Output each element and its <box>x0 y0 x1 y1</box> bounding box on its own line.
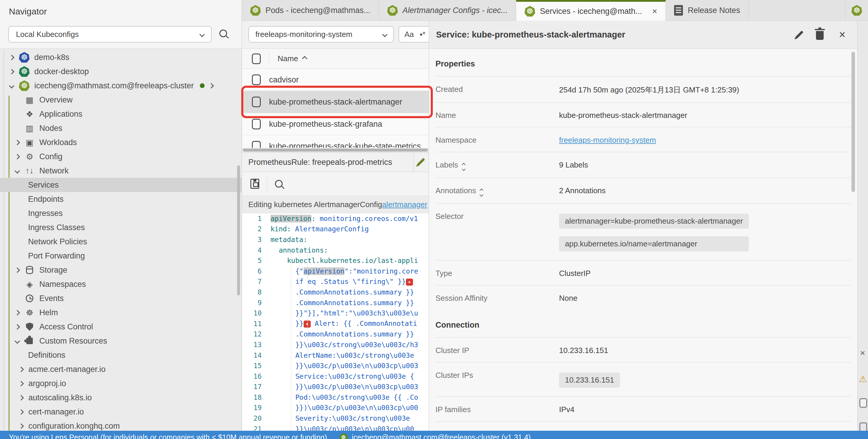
sidebar-item-endpoints[interactable]: Endpoints <box>0 192 242 206</box>
tab-close-icon[interactable]: × <box>652 6 657 16</box>
chevron-right-icon[interactable] <box>9 69 14 74</box>
chevron-right-icon[interactable] <box>18 423 24 429</box>
delete-icon[interactable] <box>816 31 824 40</box>
sidebar-item-nodes[interactable]: ▥Nodes <box>0 121 242 135</box>
detail-row: TypeClusterIP <box>435 260 851 285</box>
drawer-title: Service: kube-prometheus-stack-alertmana… <box>436 30 625 40</box>
edit-icon[interactable] <box>417 158 425 166</box>
table-row[interactable]: kube-prometheus-stack-alertmanager <box>242 91 429 113</box>
name-column-header[interactable]: Name <box>278 54 307 63</box>
sidebar-item-workloads[interactable]: ▣Workloads <box>0 135 242 149</box>
regex-icon[interactable]: ▪* <box>420 30 426 39</box>
table-row[interactable]: cadvisor <box>242 69 429 91</box>
close-icon[interactable]: × <box>860 348 865 358</box>
panel-icon[interactable] <box>860 398 867 408</box>
chevron-right-icon[interactable] <box>14 324 20 329</box>
sidebar-item-network-policies[interactable]: Network Policies <box>0 235 242 249</box>
sidebar-item-helm[interactable]: ☸Helm <box>0 305 242 319</box>
kubeconfig-select-value: Local Kubeconfigs <box>16 30 79 39</box>
sidebar-item-namespaces[interactable]: ◈Namespaces <box>0 277 242 291</box>
horizontal-scrollbar[interactable] <box>242 148 429 153</box>
sort-toggle-icon[interactable] <box>480 186 483 196</box>
sidebar-item-docker-desktop[interactable]: ☸docker-desktop <box>0 64 242 78</box>
chevron-right-icon[interactable] <box>209 83 214 88</box>
sidebar-item-autoscaling-k8s-io[interactable]: autoscaling.k8s.io <box>0 391 242 405</box>
detail-label: Type <box>435 268 559 278</box>
row-checkbox[interactable] <box>252 97 261 107</box>
chevron-right-icon[interactable] <box>14 310 20 315</box>
row-checkbox[interactable] <box>252 74 261 85</box>
sidebar-item-events[interactable]: Events <box>0 291 242 305</box>
sidebar-item-port-forwarding[interactable]: Port Forwarding <box>0 249 242 263</box>
sidebar-item-acme-cert-manager-io[interactable]: acme.cert-manager.io <box>0 362 242 376</box>
detail-label: Namespace <box>435 134 559 145</box>
tree-item-label: Access Control <box>39 322 93 332</box>
save-icon[interactable] <box>250 179 259 189</box>
sidebar-item-definitions[interactable]: Definitions <box>0 348 242 362</box>
tab-services[interactable]: ☸Services - icecheng@math...× <box>516 0 666 21</box>
indent-guide <box>291 249 291 431</box>
line-number: 19 <box>242 404 271 411</box>
sidebar-item-configuration-konghq-com[interactable]: configuration.konghq.com <box>0 419 242 431</box>
sidebar-item-argoproj-io[interactable]: argoproj.io <box>0 376 242 391</box>
edit-icon[interactable] <box>795 31 803 39</box>
breadcrumb-link[interactable]: alertmanager <box>382 200 427 209</box>
kubeconfig-select[interactable]: Local Kubeconfigs <box>8 26 212 42</box>
sidebar-item-network[interactable]: ↑↓Network <box>0 164 242 178</box>
line-number: 5 <box>242 257 271 264</box>
sidebar-scrollbar[interactable] <box>237 165 240 296</box>
chevron-down-icon[interactable] <box>14 168 20 173</box>
scrollbar-thumb[interactable] <box>243 148 428 151</box>
chevron-right-icon[interactable] <box>14 140 20 145</box>
line-number: 4 <box>242 246 271 254</box>
sidebar-item-custom-resources[interactable]: Custom Resources <box>0 334 242 348</box>
chevron-down-icon[interactable] <box>9 83 14 88</box>
sidebar-item-icecheng-mathmast-com-freeleaps-cluster[interactable]: ☸icecheng@mathmast.com@freeleaps-cluster <box>0 78 242 93</box>
chevron-right-icon[interactable] <box>9 55 14 60</box>
tab-release-notes[interactable]: Release Notes <box>666 0 749 21</box>
chevron-right-icon[interactable] <box>18 409 24 414</box>
drawer-scrollbar[interactable] <box>851 52 855 192</box>
editor-line: 19}})\u003c/p\u003e\n\u003cp\u00 <box>242 403 429 413</box>
sidebar-item-storage[interactable]: Storage <box>0 263 242 277</box>
chevron-right-icon[interactable] <box>18 367 24 372</box>
tree-item-label: Workloads <box>39 138 77 147</box>
code-text: metadata: <box>271 236 307 243</box>
row-checkbox[interactable] <box>252 119 261 129</box>
select-all-checkbox[interactable] <box>252 54 261 64</box>
tab-pods[interactable]: ☸Pods - icecheng@mathmas... <box>242 0 379 21</box>
active-cluster-status[interactable]: ☸ icecheng@mathmast.com@freeleaps-cluste… <box>339 433 531 439</box>
tab-overflow[interactable]: ☸ <box>845 0 868 21</box>
code-token: apiVersion <box>304 267 344 275</box>
sidebar-item-access-control[interactable]: Access Control <box>0 319 242 334</box>
sidebar-item-ingresses[interactable]: Ingresses <box>0 206 242 221</box>
match-case-icon[interactable]: Aa <box>404 30 414 39</box>
sidebar-item-services[interactable]: Services <box>0 178 242 192</box>
namespace-link[interactable]: freeleaps-monitoring-system <box>559 136 656 144</box>
navigator-sidebar: ☸demo-k8s☸docker-desktop☸icecheng@mathma… <box>0 48 242 431</box>
yaml-editor[interactable]: 1apiVersion: monitoring.coreos.com/v12ki… <box>242 213 429 431</box>
chevron-down-icon[interactable] <box>14 338 20 344</box>
table-row[interactable]: kube-prometheus-stack-grafana <box>242 113 429 135</box>
sort-toggle-icon[interactable] <box>462 160 465 170</box>
sidebar-item-overview[interactable]: ▦Overview <box>0 93 242 107</box>
chevron-right-icon[interactable] <box>14 267 20 273</box>
sidebar-item-cert-manager-io[interactable]: cert-manager.io <box>0 405 242 419</box>
namespace-select[interactable]: freeleaps-monitoring-system <box>248 26 394 42</box>
cluster-status-dot <box>200 83 205 88</box>
chevron-right-icon[interactable] <box>18 381 24 386</box>
editor-search-icon[interactable] <box>275 180 283 188</box>
line-number: 17 <box>242 383 271 391</box>
sidebar-item-ingress-classes[interactable]: Ingress Classes <box>0 221 242 235</box>
sidebar-item-config[interactable]: ⚙Config <box>0 149 242 164</box>
detail-label: Session Affinity <box>435 293 559 303</box>
chevron-right-icon[interactable] <box>18 395 24 400</box>
close-icon[interactable]: × <box>839 29 845 40</box>
chevron-right-icon[interactable] <box>14 154 20 159</box>
search-icon[interactable] <box>219 30 227 37</box>
tab-alertmanager-configs[interactable]: ☸Alertmanager Configs - icec... <box>379 0 517 21</box>
sidebar-item-demo-k8s[interactable]: ☸demo-k8s <box>0 50 242 64</box>
detail-value: alertmanager=kube-prometheus-stack-alert… <box>559 211 749 253</box>
sidebar-item-applications[interactable]: ❖Applications <box>0 107 242 121</box>
prometheusrule-title: PrometheusRule: freepeals-prod-metrics <box>248 158 392 167</box>
